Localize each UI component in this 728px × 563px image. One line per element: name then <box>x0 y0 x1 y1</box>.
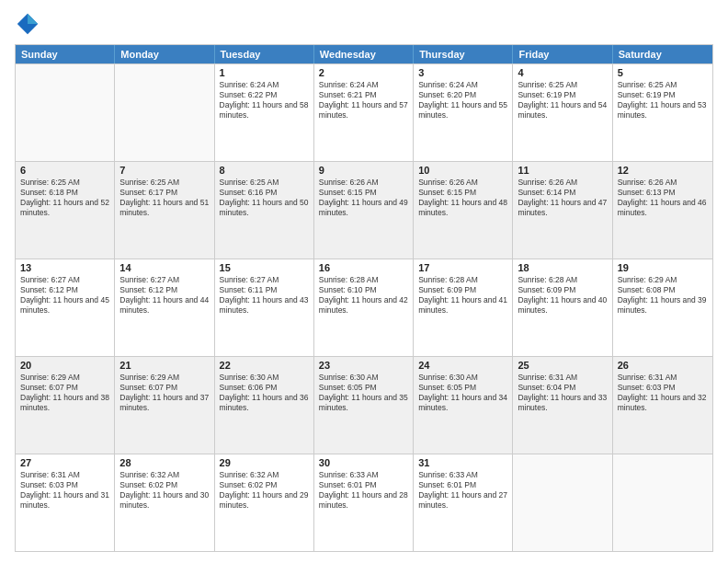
sunrise-text: Sunrise: 6:31 AM <box>20 470 109 480</box>
cal-cell: 1Sunrise: 6:24 AMSunset: 6:22 PMDaylight… <box>215 64 314 161</box>
cal-cell: 19Sunrise: 6:29 AMSunset: 6:08 PMDayligh… <box>613 259 712 356</box>
sunrise-text: Sunrise: 6:25 AM <box>220 178 309 188</box>
sunset-text: Sunset: 6:21 PM <box>319 90 408 100</box>
day-number: 20 <box>20 360 109 371</box>
sunset-text: Sunset: 6:07 PM <box>20 383 109 393</box>
week-row-4: 20Sunrise: 6:29 AMSunset: 6:07 PMDayligh… <box>16 356 712 454</box>
cal-cell <box>115 64 214 161</box>
day-number: 5 <box>618 67 708 78</box>
daylight-text: Daylight: 11 hours and 54 minutes. <box>518 100 607 121</box>
cal-cell: 25Sunrise: 6:31 AMSunset: 6:04 PMDayligh… <box>513 357 612 454</box>
sunrise-text: Sunrise: 6:27 AM <box>20 275 109 285</box>
cal-cell: 17Sunrise: 6:28 AMSunset: 6:09 PMDayligh… <box>414 259 513 356</box>
sunrise-text: Sunrise: 6:29 AM <box>119 373 209 383</box>
cal-cell: 7Sunrise: 6:25 AMSunset: 6:17 PMDaylight… <box>115 162 214 259</box>
sunset-text: Sunset: 6:04 PM <box>518 383 607 393</box>
day-number: 25 <box>518 360 607 371</box>
day-number: 23 <box>319 360 408 371</box>
day-number: 12 <box>618 165 708 176</box>
sunset-text: Sunset: 6:12 PM <box>20 285 109 295</box>
daylight-text: Daylight: 11 hours and 34 minutes. <box>418 393 507 413</box>
sunrise-text: Sunrise: 6:25 AM <box>20 178 109 188</box>
daylight-text: Daylight: 11 hours and 50 minutes. <box>220 198 309 218</box>
sunrise-text: Sunrise: 6:26 AM <box>618 178 708 188</box>
cal-cell: 8Sunrise: 6:25 AMSunset: 6:16 PMDaylight… <box>215 162 314 259</box>
daylight-text: Daylight: 11 hours and 49 minutes. <box>319 198 408 218</box>
day-number: 26 <box>618 360 708 371</box>
daylight-text: Daylight: 11 hours and 57 minutes. <box>319 100 408 121</box>
cal-cell: 2Sunrise: 6:24 AMSunset: 6:21 PMDaylight… <box>314 64 414 161</box>
sunrise-text: Sunrise: 6:27 AM <box>119 275 209 285</box>
daylight-text: Daylight: 11 hours and 32 minutes. <box>618 393 708 413</box>
sunrise-text: Sunrise: 6:28 AM <box>319 275 408 285</box>
daylight-text: Daylight: 11 hours and 36 minutes. <box>220 393 309 413</box>
day-number: 13 <box>20 262 109 273</box>
header-day-monday: Monday <box>115 45 214 63</box>
cal-cell: 20Sunrise: 6:29 AMSunset: 6:07 PMDayligh… <box>16 357 115 454</box>
sunset-text: Sunset: 6:02 PM <box>220 480 309 490</box>
header-day-wednesday: Wednesday <box>314 45 414 63</box>
sunset-text: Sunset: 6:18 PM <box>20 188 109 198</box>
day-number: 3 <box>418 67 507 78</box>
cal-cell: 12Sunrise: 6:26 AMSunset: 6:13 PMDayligh… <box>613 162 712 259</box>
cal-cell: 4Sunrise: 6:25 AMSunset: 6:19 PMDaylight… <box>513 64 612 161</box>
week-row-5: 27Sunrise: 6:31 AMSunset: 6:03 PMDayligh… <box>16 454 712 551</box>
sunrise-text: Sunrise: 6:26 AM <box>319 178 408 188</box>
daylight-text: Daylight: 11 hours and 30 minutes. <box>119 490 209 511</box>
day-number: 10 <box>418 165 507 176</box>
sunset-text: Sunset: 6:06 PM <box>220 383 309 393</box>
daylight-text: Daylight: 11 hours and 58 minutes. <box>220 100 309 121</box>
day-number: 18 <box>518 262 607 273</box>
cal-cell: 15Sunrise: 6:27 AMSunset: 6:11 PMDayligh… <box>215 259 314 356</box>
sunrise-text: Sunrise: 6:29 AM <box>618 275 708 285</box>
cal-cell: 6Sunrise: 6:25 AMSunset: 6:18 PMDaylight… <box>16 162 115 259</box>
daylight-text: Daylight: 11 hours and 45 minutes. <box>20 295 109 316</box>
week-row-1: 1Sunrise: 6:24 AMSunset: 6:22 PMDaylight… <box>16 63 712 161</box>
sunrise-text: Sunrise: 6:32 AM <box>220 470 309 480</box>
logo <box>15 11 44 37</box>
sunset-text: Sunset: 6:19 PM <box>518 90 607 100</box>
day-number: 8 <box>220 165 309 176</box>
sunset-text: Sunset: 6:14 PM <box>518 188 607 198</box>
sunrise-text: Sunrise: 6:33 AM <box>319 470 408 480</box>
day-number: 9 <box>319 165 408 176</box>
cal-cell: 22Sunrise: 6:30 AMSunset: 6:06 PMDayligh… <box>215 357 314 454</box>
sunrise-text: Sunrise: 6:31 AM <box>518 373 607 383</box>
cal-cell <box>16 64 115 161</box>
daylight-text: Daylight: 11 hours and 37 minutes. <box>119 393 209 413</box>
sunset-text: Sunset: 6:07 PM <box>119 383 209 393</box>
daylight-text: Daylight: 11 hours and 44 minutes. <box>119 295 209 316</box>
sunset-text: Sunset: 6:09 PM <box>418 285 507 295</box>
cal-cell: 21Sunrise: 6:29 AMSunset: 6:07 PMDayligh… <box>115 357 214 454</box>
sunset-text: Sunset: 6:03 PM <box>20 480 109 490</box>
day-number: 28 <box>119 457 209 468</box>
sunrise-text: Sunrise: 6:25 AM <box>618 80 708 90</box>
day-number: 22 <box>220 360 309 371</box>
sunrise-text: Sunrise: 6:25 AM <box>119 178 209 188</box>
day-number: 6 <box>20 165 109 176</box>
cal-cell: 13Sunrise: 6:27 AMSunset: 6:12 PMDayligh… <box>16 259 115 356</box>
daylight-text: Daylight: 11 hours and 42 minutes. <box>319 295 408 316</box>
day-number: 24 <box>418 360 507 371</box>
daylight-text: Daylight: 11 hours and 41 minutes. <box>418 295 507 316</box>
page: SundayMondayTuesdayWednesdayThursdayFrid… <box>0 0 728 563</box>
day-number: 1 <box>220 67 309 78</box>
header-day-saturday: Saturday <box>613 45 712 63</box>
sunset-text: Sunset: 6:22 PM <box>220 90 309 100</box>
sunset-text: Sunset: 6:09 PM <box>518 285 607 295</box>
daylight-text: Daylight: 11 hours and 46 minutes. <box>618 198 708 218</box>
svg-marker-1 <box>28 14 38 24</box>
cal-cell: 23Sunrise: 6:30 AMSunset: 6:05 PMDayligh… <box>314 357 414 454</box>
cal-cell: 24Sunrise: 6:30 AMSunset: 6:05 PMDayligh… <box>414 357 513 454</box>
sunrise-text: Sunrise: 6:24 AM <box>220 80 309 90</box>
sunrise-text: Sunrise: 6:30 AM <box>418 373 507 383</box>
sunset-text: Sunset: 6:19 PM <box>618 90 708 100</box>
sunrise-text: Sunrise: 6:26 AM <box>518 178 607 188</box>
calendar-header: SundayMondayTuesdayWednesdayThursdayFrid… <box>16 45 712 63</box>
sunset-text: Sunset: 6:20 PM <box>418 90 507 100</box>
day-number: 31 <box>418 457 507 468</box>
sunset-text: Sunset: 6:05 PM <box>418 383 507 393</box>
logo-icon <box>15 11 40 37</box>
daylight-text: Daylight: 11 hours and 31 minutes. <box>20 490 109 511</box>
sunset-text: Sunset: 6:02 PM <box>119 480 209 490</box>
